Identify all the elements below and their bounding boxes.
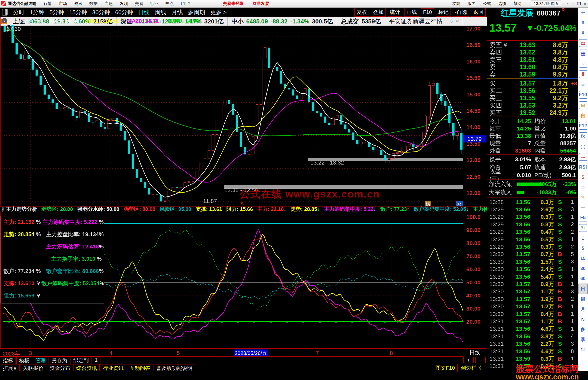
period-tab-30分钟[interactable]: 30分钟 bbox=[92, 8, 110, 16]
diamond-icon[interactable]: ◇ bbox=[449, 18, 453, 24]
zoom-in-button[interactable]: + bbox=[463, 357, 474, 363]
collapse-chevron-icon[interactable]: ∨ bbox=[2, 18, 7, 23]
ext-tab-普及版功能说明[interactable]: 普及版功能说明 bbox=[154, 364, 195, 371]
candlestick-chart[interactable] bbox=[3, 25, 463, 206]
period-week[interactable]: 周 bbox=[579, 294, 587, 304]
period-tab-周线[interactable]: 周线 bbox=[155, 8, 166, 16]
period-tab-1分钟[interactable]: 1分钟 bbox=[30, 8, 44, 16]
f5-icon[interactable]: F5 bbox=[579, 214, 587, 221]
period-n[interactable]: N bbox=[579, 314, 587, 324]
down-arrow-icon[interactable]: ⇩ bbox=[579, 28, 587, 38]
move-icon[interactable]: ✥ bbox=[579, 182, 587, 192]
period-quarter[interactable]: 季 bbox=[579, 335, 587, 345]
f10-icon[interactable]: F10 bbox=[579, 91, 587, 99]
report-icon[interactable]: ▤ bbox=[579, 39, 587, 47]
alert-红星发展[interactable]: 红星发展 bbox=[253, 1, 269, 6]
period-tab-更多 >[interactable]: 更多 > bbox=[210, 8, 226, 16]
zoom-out-button[interactable]: − bbox=[475, 357, 486, 363]
menu-item-热点[interactable]: 热点 bbox=[166, 1, 174, 6]
chart-button-画线[interactable]: 画线 bbox=[404, 8, 419, 17]
menu-item-数据[interactable]: 数据 bbox=[89, 1, 97, 6]
period-5[interactable]: 5 bbox=[579, 243, 587, 253]
ext-tab-综合资讯[interactable]: 综合资讯 bbox=[74, 364, 100, 371]
f12-icon[interactable]: F12 bbox=[579, 122, 587, 130]
period-tab-多周期[interactable]: 多周期 bbox=[188, 8, 205, 16]
trade-side: B bbox=[554, 303, 566, 310]
trade-volume: 0.7万 bbox=[530, 250, 554, 258]
tab-1[interactable]: 1 bbox=[92, 357, 100, 364]
refresh-icon[interactable]: ↻ bbox=[579, 224, 587, 232]
tab-指标[interactable]: 指标 bbox=[0, 357, 16, 364]
menu-item-公式[interactable]: 公式 bbox=[483, 1, 491, 6]
menu-item-L1L2[interactable]: L1L2 bbox=[181, 1, 190, 6]
tab-管理[interactable]: 管理 bbox=[33, 357, 48, 364]
quote-grid-icon[interactable]: ▦ bbox=[579, 50, 587, 57]
zixuan-icon[interactable]: 自 bbox=[579, 112, 587, 119]
period-15[interactable]: 15 bbox=[579, 253, 587, 263]
panel-icon[interactable]: ⧉ bbox=[456, 18, 459, 23]
s-icon[interactable]: Ŝ bbox=[579, 172, 587, 182]
period-month[interactable]: 月 bbox=[579, 304, 587, 314]
alert-交易未登录[interactable]: 交易未登录 bbox=[223, 1, 243, 6]
divider[interactable]: — bbox=[579, 202, 587, 212]
period-60[interactable]: 60 bbox=[579, 273, 587, 284]
up-arrow-icon[interactable]: ⇧ bbox=[579, 18, 587, 28]
chart-button-返回[interactable]: 返回 bbox=[471, 8, 486, 17]
button-图文F10[interactable]: 图文F10 bbox=[433, 364, 458, 372]
close-button[interactable]: ✕ bbox=[582, 1, 588, 6]
period-30[interactable]: 30 bbox=[579, 263, 587, 273]
ext-tab-资金分布[interactable]: 资金分布 bbox=[47, 364, 73, 371]
chart-button--自选[interactable]: -自选 bbox=[453, 8, 469, 17]
ext-tab-扩展∧[interactable]: 扩展∧ bbox=[0, 364, 20, 371]
ext-tab-关联报价[interactable]: 关联报价 bbox=[20, 364, 46, 371]
menu-item-交易[interactable]: 交易 bbox=[135, 1, 143, 6]
chart-button-复权[interactable]: 复权 bbox=[354, 8, 369, 17]
period-year[interactable]: 年 bbox=[579, 345, 587, 355]
period-tab-分时[interactable]: 分时 bbox=[13, 8, 24, 16]
period-tab-5分钟[interactable]: 5分钟 bbox=[50, 8, 64, 16]
back-button[interactable]: ‹ bbox=[564, 1, 570, 6]
menu-item-资讯[interactable]: 资讯 bbox=[74, 1, 82, 6]
kline-icon[interactable]: ⫼ bbox=[579, 70, 587, 78]
menu-item-帮助[interactable]: 帮助 bbox=[513, 1, 521, 6]
rsi-icon[interactable]: RSI bbox=[579, 162, 587, 172]
period-tab-15分钟[interactable]: 15分钟 bbox=[69, 8, 87, 16]
chart-button-F10[interactable]: F10 bbox=[421, 8, 434, 16]
menu-item-行业[interactable]: 行业 bbox=[150, 1, 158, 6]
minimize-button[interactable]: − bbox=[570, 1, 576, 6]
tab-绑定到[interactable]: 绑定到 bbox=[71, 357, 91, 364]
menu-item-专题[interactable]: 专题 bbox=[105, 1, 113, 6]
ext-tab-行业资讯[interactable]: 行业资讯 bbox=[100, 364, 126, 371]
button-侧边栏《[interactable]: 侧边栏《 bbox=[458, 364, 484, 372]
period-tab-日线[interactable]: 日线 bbox=[138, 8, 149, 16]
menu-item-行情[interactable]: 行情 bbox=[44, 1, 52, 6]
period-day[interactable]: 日 bbox=[578, 284, 588, 294]
circle-icon[interactable]: ◯ bbox=[579, 143, 587, 150]
menu-item-功能[interactable]: 功能 bbox=[452, 1, 460, 6]
menu-item-版面[interactable]: 版面 bbox=[467, 1, 476, 6]
wave-icon[interactable]: 〰 bbox=[579, 153, 587, 161]
menu-item-发现[interactable]: 发现 bbox=[120, 1, 128, 6]
chart-button-标记[interactable]: 标记 bbox=[436, 8, 451, 17]
period-multi[interactable]: 多 bbox=[579, 324, 587, 335]
menu-item-选项[interactable]: 选项 bbox=[498, 1, 506, 6]
back-arrow-icon[interactable]: ⇦ bbox=[579, 8, 587, 18]
layout-toggle-icon[interactable] bbox=[2, 9, 8, 16]
tab-另存为[interactable]: 另存为 bbox=[49, 357, 70, 364]
trend-line-icon[interactable]: ∿ bbox=[579, 60, 587, 68]
menu-item-市场[interactable]: 市场 bbox=[59, 1, 67, 6]
restore-button[interactable]: ❐ bbox=[576, 1, 582, 6]
chart-button-叠加[interactable]: 叠加 bbox=[371, 8, 386, 17]
ext-tab-互动问答[interactable]: 互动问答 bbox=[127, 364, 153, 371]
indicator-chevron-icon[interactable]: ∨ bbox=[2, 207, 4, 212]
trade-row: 13:3013.571.1万B3 bbox=[487, 288, 578, 295]
pencil-icon[interactable]: ✎ bbox=[579, 192, 587, 202]
formula-icon[interactable]: fx bbox=[579, 132, 587, 140]
tab-模板[interactable]: 模板 bbox=[16, 357, 32, 364]
news-icon[interactable]: ≣ bbox=[579, 81, 587, 88]
period-tab-60分钟[interactable]: 60分钟 bbox=[115, 8, 133, 16]
tree-icon[interactable]: ⊞ bbox=[579, 101, 587, 109]
chart-button-统计[interactable]: 统计 bbox=[388, 8, 402, 17]
period-1[interactable]: 1 bbox=[579, 233, 587, 243]
period-tab-月线[interactable]: 月线 bbox=[171, 8, 183, 16]
